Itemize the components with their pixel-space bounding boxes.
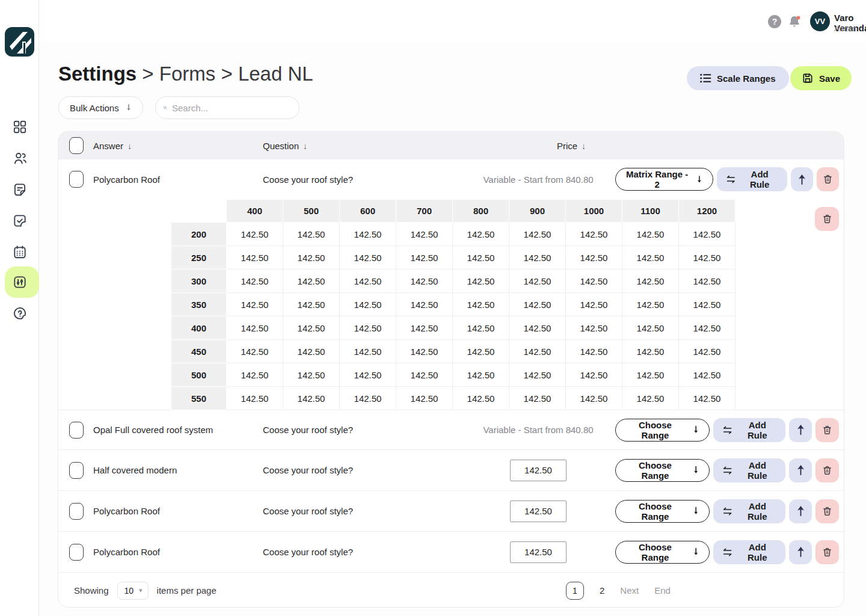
- matrix-cell[interactable]: 142.50: [283, 270, 340, 293]
- matrix-cell[interactable]: 142.50: [679, 363, 735, 387]
- price-input[interactable]: [510, 541, 567, 563]
- matrix-cell[interactable]: 142.50: [340, 387, 396, 410]
- sidebar-item-settings-active[interactable]: [0, 266, 39, 298]
- delete-button[interactable]: [815, 540, 839, 564]
- matrix-cell[interactable]: 142.50: [622, 363, 679, 387]
- matrix-cell[interactable]: 142.50: [227, 246, 283, 270]
- matrix-cell[interactable]: 142.50: [396, 246, 453, 270]
- scale-ranges-button[interactable]: Scale Ranges: [687, 66, 789, 90]
- save-button[interactable]: Save: [790, 66, 852, 90]
- matrix-cell[interactable]: 142.50: [509, 223, 566, 246]
- matrix-cell[interactable]: 142.50: [453, 340, 509, 363]
- matrix-cell[interactable]: 142.50: [509, 246, 566, 270]
- matrix-cell[interactable]: 142.50: [453, 316, 509, 340]
- sort-arrow-icon[interactable]: ↓: [127, 141, 132, 151]
- matrix-cell[interactable]: 142.50: [340, 270, 396, 293]
- search-input[interactable]: [172, 103, 292, 113]
- page-button-2[interactable]: 2: [600, 585, 604, 596]
- items-per-page-select[interactable]: 10 ▾: [117, 582, 149, 600]
- end-page-button[interactable]: End: [654, 585, 671, 596]
- row-checkbox[interactable]: [69, 422, 84, 439]
- matrix-cell[interactable]: 142.50: [227, 223, 283, 246]
- matrix-cell[interactable]: 142.50: [283, 387, 340, 410]
- matrix-cell[interactable]: 142.50: [453, 293, 509, 316]
- matrix-cell[interactable]: 142.50: [453, 223, 509, 246]
- matrix-cell[interactable]: 142.50: [679, 270, 735, 293]
- matrix-cell[interactable]: 142.50: [396, 270, 453, 293]
- matrix-cell[interactable]: 142.50: [340, 293, 396, 316]
- row-checkbox[interactable]: [69, 171, 84, 188]
- matrix-cell[interactable]: 142.50: [396, 293, 453, 316]
- matrix-cell[interactable]: 142.50: [509, 387, 566, 410]
- avatar[interactable]: VV: [810, 11, 830, 31]
- matrix-cell[interactable]: 142.50: [566, 363, 622, 387]
- sort-arrow-icon[interactable]: ↓: [303, 141, 307, 151]
- add-rule-button[interactable]: Add Rule: [713, 418, 785, 442]
- matrix-cell[interactable]: 142.50: [509, 340, 566, 363]
- range-dropdown[interactable]: Choose Range: [615, 459, 710, 482]
- price-input[interactable]: [510, 460, 567, 481]
- matrix-cell[interactable]: 142.50: [340, 340, 396, 363]
- delete-button[interactable]: [817, 167, 839, 191]
- matrix-cell[interactable]: 142.50: [396, 363, 453, 387]
- row-checkbox[interactable]: [69, 503, 84, 520]
- matrix-delete-button[interactable]: [815, 207, 839, 231]
- matrix-cell[interactable]: 142.50: [679, 316, 735, 340]
- matrix-cell[interactable]: 142.50: [622, 387, 679, 410]
- breadcrumb-root[interactable]: Settings: [58, 63, 137, 85]
- matrix-cell[interactable]: 142.50: [509, 293, 566, 316]
- matrix-cell[interactable]: 142.50: [566, 246, 622, 270]
- sidebar-item-forms[interactable]: [0, 174, 39, 205]
- matrix-cell[interactable]: 142.50: [679, 246, 735, 270]
- sort-arrow-icon[interactable]: ↓: [582, 141, 586, 151]
- add-rule-button[interactable]: Add Rule: [713, 458, 785, 482]
- pin-button[interactable]: [789, 418, 812, 442]
- matrix-cell[interactable]: 142.50: [227, 316, 283, 340]
- range-dropdown[interactable]: Choose Range: [615, 419, 710, 442]
- pin-button[interactable]: [791, 167, 813, 191]
- range-dropdown[interactable]: Choose Range: [615, 500, 710, 523]
- matrix-cell[interactable]: 142.50: [566, 340, 622, 363]
- matrix-cell[interactable]: 142.50: [622, 270, 679, 293]
- column-header-question[interactable]: Question↓: [263, 141, 461, 151]
- matrix-cell[interactable]: 142.50: [283, 246, 340, 270]
- matrix-cell[interactable]: 142.50: [227, 363, 283, 387]
- matrix-cell[interactable]: 142.50: [396, 387, 453, 410]
- price-input[interactable]: [510, 500, 567, 522]
- matrix-cell[interactable]: 142.50: [340, 246, 396, 270]
- matrix-cell[interactable]: 142.50: [453, 246, 509, 270]
- matrix-cell[interactable]: 142.50: [283, 316, 340, 340]
- matrix-cell[interactable]: 142.50: [566, 316, 622, 340]
- matrix-cell[interactable]: 142.50: [396, 316, 453, 340]
- matrix-cell[interactable]: 142.50: [227, 387, 283, 410]
- page-button-1[interactable]: 1: [566, 582, 584, 600]
- pin-button[interactable]: [789, 458, 812, 482]
- delete-button[interactable]: [815, 418, 839, 442]
- matrix-cell[interactable]: 142.50: [340, 223, 396, 246]
- range-dropdown[interactable]: Matrix Range - 2: [615, 168, 713, 191]
- matrix-cell[interactable]: 142.50: [566, 270, 622, 293]
- column-header-price[interactable]: Price↓: [461, 141, 615, 151]
- matrix-cell[interactable]: 142.50: [396, 340, 453, 363]
- matrix-cell[interactable]: 142.50: [622, 316, 679, 340]
- matrix-cell[interactable]: 142.50: [283, 223, 340, 246]
- matrix-cell[interactable]: 142.50: [509, 363, 566, 387]
- matrix-cell[interactable]: 142.50: [679, 293, 735, 316]
- select-all-checkbox[interactable]: [69, 137, 84, 154]
- matrix-cell[interactable]: 142.50: [340, 363, 396, 387]
- matrix-cell[interactable]: 142.50: [679, 340, 735, 363]
- matrix-cell[interactable]: 142.50: [509, 270, 566, 293]
- matrix-cell[interactable]: 142.50: [622, 246, 679, 270]
- matrix-cell[interactable]: 142.50: [566, 387, 622, 410]
- delete-button[interactable]: [815, 458, 839, 482]
- sidebar-item-tasks[interactable]: [0, 205, 39, 236]
- row-checkbox[interactable]: [69, 462, 84, 479]
- matrix-cell[interactable]: 142.50: [340, 316, 396, 340]
- pin-button[interactable]: [789, 540, 812, 564]
- matrix-cell[interactable]: 142.50: [622, 223, 679, 246]
- matrix-cell[interactable]: 142.50: [396, 223, 453, 246]
- pin-button[interactable]: [789, 499, 812, 523]
- matrix-cell[interactable]: 142.50: [453, 387, 509, 410]
- app-logo[interactable]: [5, 27, 34, 57]
- range-dropdown[interactable]: Choose Range: [615, 541, 710, 564]
